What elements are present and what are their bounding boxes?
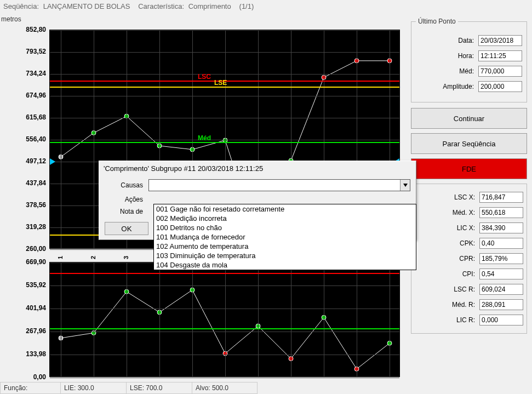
licx-label: LIC X:: [415, 224, 479, 232]
mean-field[interactable]: [478, 66, 522, 77]
x-chart-yaxis: 852,80793,52734,24674,96615,68556,40497,…: [0, 30, 48, 249]
chevron-down-icon[interactable]: [400, 180, 410, 191]
causes-option[interactable]: 103 Diminuição de temperatura: [154, 251, 416, 260]
time-field[interactable]: [478, 50, 522, 61]
medx-field[interactable]: [479, 207, 523, 218]
cpk-label: CPK:: [415, 239, 479, 247]
licx-field[interactable]: [479, 222, 523, 233]
cpr-label: CPR:: [415, 255, 479, 262]
seq-label: Seqüência:: [3, 2, 39, 10]
status-bar: Função: LIE: 300.0 LSE: 700.0 Alvo: 500.…: [0, 382, 532, 394]
causes-option[interactable]: 102 Aumento de temperatura: [154, 242, 416, 251]
last-point-group: Último Ponto Data: Hora: Méd: Amplitude:: [411, 18, 527, 102]
note-label: Nota de: [105, 208, 148, 215]
unit-label: metros: [1, 15, 21, 23]
time-label: Hora:: [416, 52, 478, 60]
status-alvo: Alvo: 500.0: [192, 382, 258, 394]
licr-label: LIC R:: [415, 316, 479, 324]
causes-option[interactable]: 104 Desgaste da mola: [154, 260, 416, 270]
causes-combo[interactable]: [148, 179, 410, 191]
lscr-field[interactable]: [479, 284, 523, 295]
seq-value: LANÇAMENTO DE BOLAS: [43, 2, 130, 10]
status-func: Função:: [0, 382, 60, 394]
cpr-field[interactable]: [479, 253, 523, 264]
status-lie: LIE: 300.0: [60, 382, 126, 394]
char-label: Característica:: [138, 2, 184, 10]
header-bar: Seqüência: LANÇAMENTO DE BOLAS Caracterí…: [0, 0, 532, 15]
actions-label: Ações: [105, 196, 148, 203]
medx-label: Méd. X:: [415, 209, 479, 216]
r-chart: [49, 262, 400, 377]
causes-option[interactable]: 002 Medição incorreta: [154, 214, 416, 223]
cpk-field[interactable]: [479, 238, 523, 249]
svg-marker-22: [403, 184, 408, 187]
lscx-label: LSC X:: [415, 193, 479, 201]
medr-field[interactable]: [479, 299, 523, 310]
causes-option[interactable]: 001 Gage não foi resetado corretamente: [154, 204, 416, 214]
side-panel: Último Ponto Data: Hora: Méd: Amplitude:…: [411, 18, 527, 334]
stats-group: LSC X: Méd. X: LIC X: CPK: CPR: CPI: LSC…: [411, 184, 527, 334]
r-chart-yaxis: 669,90535,92401,94267,96133,980,00: [0, 262, 48, 377]
ok-button[interactable]: OK: [105, 222, 148, 235]
char-value: Comprimento: [188, 2, 231, 10]
medr-label: Méd. R:: [415, 301, 479, 309]
range-field[interactable]: [478, 81, 522, 92]
date-label: Data:: [416, 37, 478, 44]
cpi-field[interactable]: [479, 269, 523, 279]
continue-button[interactable]: Continuar: [411, 108, 527, 129]
stop-sequence-button[interactable]: Parar Seqüência: [411, 133, 527, 154]
status-lse: LSE: 700.0: [126, 382, 192, 394]
lscx-field[interactable]: [479, 192, 523, 203]
counter: (1/1): [239, 2, 254, 10]
causes-option[interactable]: 100 Detritos no chão: [154, 223, 416, 232]
date-field[interactable]: [478, 35, 522, 46]
range-label: Amplitude:: [416, 83, 478, 90]
fde-button[interactable]: FDE: [411, 158, 527, 179]
lscr-label: LSC R:: [415, 285, 479, 293]
cpi-label: CPI:: [415, 270, 479, 278]
causes-dropdown-list[interactable]: 001 Gage não foi resetado corretamente00…: [153, 204, 416, 270]
causes-option[interactable]: 101 Mudança de fornecedor: [154, 232, 416, 242]
licr-field[interactable]: [479, 315, 523, 326]
mean-label: Méd:: [416, 67, 478, 75]
causes-label: Causas: [105, 181, 148, 189]
last-point-legend: Último Ponto: [416, 18, 458, 25]
dialog-title: 'Comprimento' Subgrupo #11 20/03/2018 12…: [99, 161, 416, 177]
